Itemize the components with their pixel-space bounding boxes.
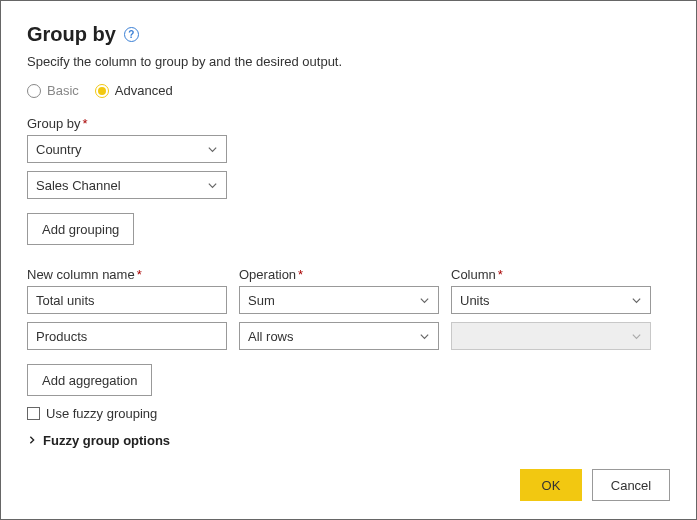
agg-col-dropdown-1 <box>451 322 651 350</box>
header-column: Column* <box>451 267 651 282</box>
agg-name-input-0[interactable] <box>27 286 227 314</box>
chevron-down-icon <box>631 295 642 306</box>
dialog-subtitle: Specify the column to group by and the d… <box>27 54 670 69</box>
ok-button[interactable]: OK <box>520 469 582 501</box>
fuzzy-checkbox[interactable] <box>27 407 40 420</box>
groupby-dropdown-1[interactable]: Sales Channel <box>27 171 227 199</box>
chevron-down-icon <box>207 144 218 155</box>
radio-advanced-label: Advanced <box>115 83 173 98</box>
groupby-dropdown-0[interactable]: Country <box>27 135 227 163</box>
agg-name-input-1[interactable] <box>27 322 227 350</box>
radio-basic-label: Basic <box>47 83 79 98</box>
help-icon[interactable]: ? <box>124 27 139 42</box>
agg-name-value-1[interactable] <box>36 329 218 344</box>
radio-basic[interactable]: Basic <box>27 83 79 98</box>
header-newcolname: New column name* <box>27 267 227 282</box>
aggregation-row: All rows <box>27 322 670 350</box>
chevron-down-icon <box>207 180 218 191</box>
agg-col-value-0: Units <box>460 293 490 308</box>
aggregation-row: Sum Units <box>27 286 670 314</box>
header-operation: Operation* <box>239 267 439 282</box>
chevron-right-icon <box>27 433 37 448</box>
fuzzy-checkbox-label: Use fuzzy grouping <box>46 406 157 421</box>
fuzzy-options-expander[interactable]: Fuzzy group options <box>27 433 670 448</box>
agg-op-value-1: All rows <box>248 329 294 344</box>
groupby-value-1: Sales Channel <box>36 178 121 193</box>
mode-radio-group: Basic Advanced <box>27 83 670 98</box>
cancel-button[interactable]: Cancel <box>592 469 670 501</box>
add-aggregation-button[interactable]: Add aggregation <box>27 364 152 396</box>
add-grouping-button[interactable]: Add grouping <box>27 213 134 245</box>
fuzzy-options-label: Fuzzy group options <box>43 433 170 448</box>
agg-op-dropdown-0[interactable]: Sum <box>239 286 439 314</box>
groupby-value-0: Country <box>36 142 82 157</box>
agg-op-value-0: Sum <box>248 293 275 308</box>
groupby-label: Group by* <box>27 116 670 131</box>
agg-col-dropdown-0[interactable]: Units <box>451 286 651 314</box>
agg-op-dropdown-1[interactable]: All rows <box>239 322 439 350</box>
dialog-title: Group by <box>27 23 116 46</box>
chevron-down-icon <box>631 331 642 342</box>
radio-advanced[interactable]: Advanced <box>95 83 173 98</box>
agg-name-value-0[interactable] <box>36 293 218 308</box>
chevron-down-icon <box>419 295 430 306</box>
chevron-down-icon <box>419 331 430 342</box>
